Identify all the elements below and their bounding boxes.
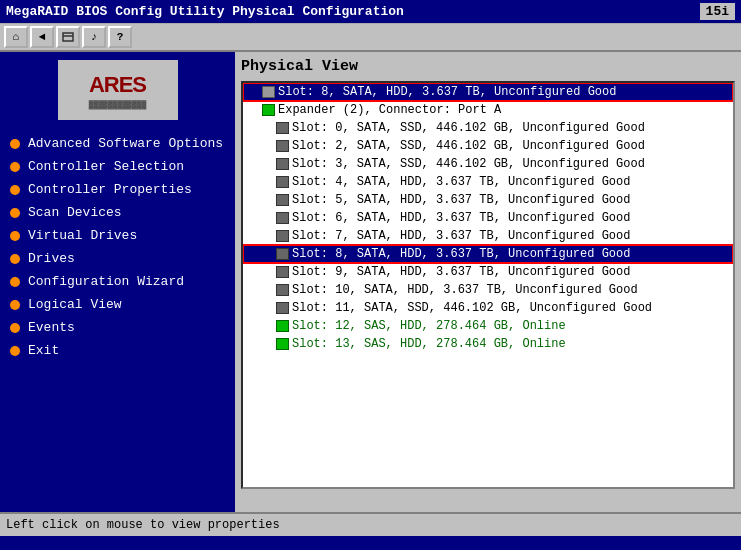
drive-label: Slot: 3, SATA, SSD, 446.102 GB, Unconfig… (292, 157, 645, 171)
drive-icon (276, 284, 289, 296)
drive-icon (262, 86, 275, 98)
drive-row[interactable]: Slot: 4, SATA, HDD, 3.637 TB, Unconfigur… (243, 173, 733, 191)
sound-button[interactable]: ♪ (82, 26, 106, 48)
drive-icon (276, 266, 289, 278)
drive-icon-green (276, 338, 289, 350)
dot-icon (10, 185, 20, 195)
home-button[interactable]: ⌂ (4, 26, 28, 48)
sidebar-label-controller-selection: Controller Selection (28, 159, 184, 174)
sidebar-label-exit: Exit (28, 343, 59, 358)
drive-row[interactable]: Slot: 5, SATA, HDD, 3.637 TB, Unconfigur… (243, 191, 733, 209)
drive-icon (276, 302, 289, 314)
drive-label: Slot: 12, SAS, HDD, 278.464 GB, Online (292, 319, 566, 333)
title-bar-right: 15i (700, 3, 735, 20)
drive-label: Slot: 11, SATA, SSD, 446.102 GB, Unconfi… (292, 301, 652, 315)
drive-label: Slot: 10, SATA, HDD, 3.637 TB, Unconfigu… (292, 283, 638, 297)
dot-icon (10, 277, 20, 287)
sidebar-label-drives: Drives (28, 251, 75, 266)
sidebar-item-controller-properties[interactable]: Controller Properties (0, 178, 235, 201)
sidebar-item-advanced[interactable]: Advanced Software Options (0, 132, 235, 155)
sidebar-label-config-wizard: Configuration Wizard (28, 274, 184, 289)
dot-icon (10, 162, 20, 172)
refresh-button[interactable] (56, 26, 80, 48)
sidebar-label-virtual-drives: Virtual Drives (28, 228, 137, 243)
sidebar-label-advanced: Advanced Software Options (28, 136, 223, 151)
drive-icon (276, 158, 289, 170)
status-bar: Left click on mouse to view properties (0, 512, 741, 536)
drive-label: Slot: 6, SATA, HDD, 3.637 TB, Unconfigur… (292, 211, 630, 225)
drive-icon (276, 140, 289, 152)
sidebar-item-drives[interactable]: Drives (0, 247, 235, 270)
svg-rect-0 (63, 33, 73, 41)
drive-list-container[interactable]: Slot: 8, SATA, HDD, 3.637 TB, Unconfigur… (241, 81, 735, 489)
drive-label: Slot: 9, SATA, HDD, 3.637 TB, Unconfigur… (292, 265, 630, 279)
sidebar-item-controller-selection[interactable]: Controller Selection (0, 155, 235, 178)
expander-label: Expander (2), Connector: Port A (278, 103, 501, 117)
drive-row-slot13[interactable]: Slot: 13, SAS, HDD, 278.464 GB, Online (243, 335, 733, 353)
drive-label: Slot: 4, SATA, HDD, 3.637 TB, Unconfigur… (292, 175, 630, 189)
drive-label: Slot: 13, SAS, HDD, 278.464 GB, Online (292, 337, 566, 351)
drive-icon (276, 230, 289, 242)
drive-icon (276, 122, 289, 134)
drive-row[interactable]: Slot: 7, SATA, HDD, 3.637 TB, Unconfigur… (243, 227, 733, 245)
status-text: Left click on mouse to view properties (6, 518, 280, 532)
drive-label: Slot: 8, SATA, HDD, 3.637 TB, Unconfigur… (278, 85, 616, 99)
drive-row[interactable]: Slot: 9, SATA, HDD, 3.637 TB, Unconfigur… (243, 263, 733, 281)
logo-area: ARES ▓▓▓▓▓▓▓▓▓▓▓▓ (58, 60, 178, 120)
dot-icon (10, 231, 20, 241)
drive-row[interactable]: Slot: 6, SATA, HDD, 3.637 TB, Unconfigur… (243, 209, 733, 227)
sidebar-item-events[interactable]: Events (0, 316, 235, 339)
right-panel: Physical View Slot: 8, SATA, HDD, 3.637 … (235, 52, 741, 512)
sidebar-item-scan-devices[interactable]: Scan Devices (0, 201, 235, 224)
main-content: ARES ▓▓▓▓▓▓▓▓▓▓▓▓ Advanced Software Opti… (0, 52, 741, 512)
drive-row-slot8-second[interactable]: Slot: 8, SATA, HDD, 3.637 TB, Unconfigur… (243, 245, 733, 263)
toolbar: ⌂ ◄ ♪ ? (0, 24, 741, 52)
drive-label: Slot: 8, SATA, HDD, 3.637 TB, Unconfigur… (292, 247, 630, 261)
back-button[interactable]: ◄ (30, 26, 54, 48)
sidebar-label-scan-devices: Scan Devices (28, 205, 122, 220)
title-text: MegaRAID BIOS Config Utility Physical Co… (6, 4, 404, 19)
sidebar-label-controller-properties: Controller Properties (28, 182, 192, 197)
dot-icon (10, 300, 20, 310)
drive-label: Slot: 2, SATA, SSD, 446.102 GB, Unconfig… (292, 139, 645, 153)
drive-icon (276, 176, 289, 188)
dot-icon (10, 208, 20, 218)
sidebar: ARES ▓▓▓▓▓▓▓▓▓▓▓▓ Advanced Software Opti… (0, 52, 235, 512)
expander-icon (262, 104, 275, 116)
drive-icon (276, 212, 289, 224)
dot-icon (10, 139, 20, 149)
expander-row[interactable]: Expander (2), Connector: Port A (243, 101, 733, 119)
drive-row[interactable]: Slot: 10, SATA, HDD, 3.637 TB, Unconfigu… (243, 281, 733, 299)
drive-row[interactable]: Slot: 3, SATA, SSD, 446.102 GB, Unconfig… (243, 155, 733, 173)
drive-row[interactable]: Slot: 11, SATA, SSD, 446.102 GB, Unconfi… (243, 299, 733, 317)
sidebar-label-logical-view: Logical View (28, 297, 122, 312)
drive-label: Slot: 7, SATA, HDD, 3.637 TB, Unconfigur… (292, 229, 630, 243)
drive-icon (276, 248, 289, 260)
dot-icon (10, 323, 20, 333)
drive-row[interactable]: Slot: 0, SATA, SSD, 446.102 GB, Unconfig… (243, 119, 733, 137)
drive-label: Slot: 0, SATA, SSD, 446.102 GB, Unconfig… (292, 121, 645, 135)
drive-label: Slot: 5, SATA, HDD, 3.637 TB, Unconfigur… (292, 193, 630, 207)
title-bar: MegaRAID BIOS Config Utility Physical Co… (0, 0, 741, 24)
drive-icon (276, 194, 289, 206)
sidebar-label-events: Events (28, 320, 75, 335)
sidebar-item-config-wizard[interactable]: Configuration Wizard (0, 270, 235, 293)
help-button[interactable]: ? (108, 26, 132, 48)
dot-icon (10, 346, 20, 356)
drive-row-slot12[interactable]: Slot: 12, SAS, HDD, 278.464 GB, Online (243, 317, 733, 335)
drive-icon-green (276, 320, 289, 332)
physical-view-title: Physical View (241, 58, 735, 75)
dot-icon (10, 254, 20, 264)
drive-row[interactable]: Slot: 2, SATA, SSD, 446.102 GB, Unconfig… (243, 137, 733, 155)
sidebar-item-virtual-drives[interactable]: Virtual Drives (0, 224, 235, 247)
drive-row[interactable]: Slot: 8, SATA, HDD, 3.637 TB, Unconfigur… (243, 83, 733, 101)
sidebar-item-exit[interactable]: Exit (0, 339, 235, 362)
sidebar-item-logical-view[interactable]: Logical View (0, 293, 235, 316)
